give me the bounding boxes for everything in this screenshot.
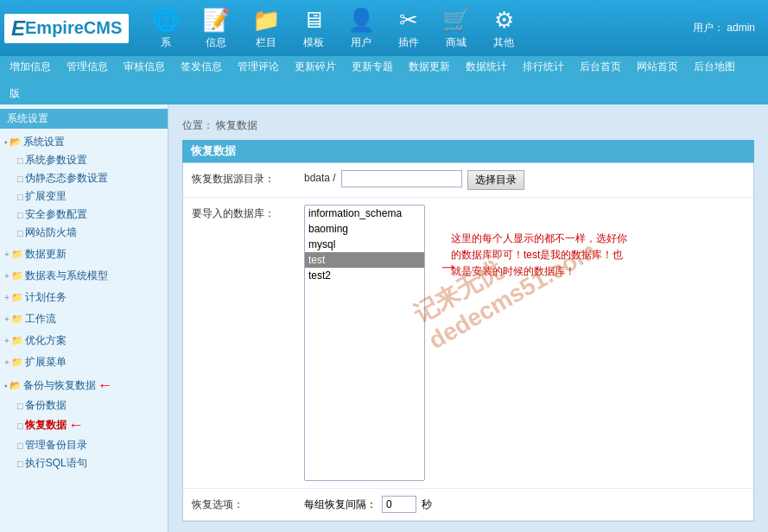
nav-plugin[interactable]: ✂ 插件: [387, 3, 430, 54]
db-option-test2[interactable]: test2: [305, 268, 424, 283]
nav-data-stats[interactable]: 数据统计: [463, 59, 510, 75]
tree-root-optimize[interactable]: + 📁 优化方案: [0, 332, 168, 350]
nav-site-home[interactable]: 网站首页: [634, 59, 681, 75]
tree-root-scheduled[interactable]: + 📁 计划任务: [0, 288, 168, 307]
logo: E EmpireCMS: [4, 14, 129, 43]
tree-label-optimize[interactable]: 优化方案: [25, 333, 67, 348]
nav-user[interactable]: 👤 用户: [337, 3, 385, 54]
db-option-baoming[interactable]: baoming: [305, 221, 424, 237]
tree-label-system[interactable]: 系统设置: [23, 135, 65, 149]
sidebar-title: 系统设置: [0, 109, 168, 129]
dir-label: 恢复数据源目录：: [192, 170, 304, 187]
link-security[interactable]: 安全参数配置: [25, 207, 87, 222]
nav-info[interactable]: 📝 信息: [192, 3, 240, 54]
tree-root-data-update[interactable]: + 📁 数据更新: [0, 245, 168, 263]
tree-label-data-update[interactable]: 数据更新: [25, 247, 67, 262]
doc-icon-3: □: [17, 192, 23, 202]
link-sys-params[interactable]: 系统参数设置: [25, 153, 87, 168]
nav-backend-map[interactable]: 后台地图: [691, 59, 738, 75]
nav-update-special[interactable]: 更新专题: [349, 59, 396, 75]
tree-child-sys-params: □ 系统参数设置: [0, 151, 168, 169]
interval-label: 每组恢复间隔：: [304, 497, 377, 512]
tree-root-backup[interactable]: ▪ 📂 备份与恢复数据 ←: [0, 375, 168, 396]
breadcrumb-current: 恢复数据: [216, 119, 257, 131]
tree-label-extend-menu[interactable]: 扩展菜单: [25, 355, 67, 370]
db-field: information_schema baoming mysql test te…: [304, 205, 745, 481]
nav-version[interactable]: 版: [7, 86, 22, 102]
nav-column[interactable]: 📁 栏目: [242, 3, 290, 54]
tree-label-workflow[interactable]: 工作流: [25, 312, 56, 326]
tree-root-extend-menu[interactable]: + 📁 扩展菜单: [0, 353, 168, 371]
plugin-icon: ✂: [399, 7, 418, 34]
link-manage-backup-dir[interactable]: 管理备份目录: [25, 438, 87, 453]
database-select[interactable]: information_schema baoming mysql test te…: [304, 205, 425, 481]
doc-icon-5: □: [17, 228, 23, 238]
tree-label-scheduled[interactable]: 计划任务: [25, 290, 67, 305]
link-restore-data[interactable]: 恢复数据: [25, 418, 67, 433]
nav-add-info[interactable]: 增加信息: [7, 59, 54, 75]
nav-template[interactable]: 🖥 模板: [292, 3, 335, 54]
link-extend-var[interactable]: 扩展变里: [25, 189, 67, 204]
nav-plugin-label: 插件: [398, 35, 419, 50]
tree-child-pseudo-static: □ 伪静态态参数设置: [0, 169, 168, 187]
dir-input[interactable]: [341, 170, 462, 187]
expand-icon-data: +: [4, 250, 10, 259]
nav-other[interactable]: ⚙ 其他: [482, 3, 525, 54]
expand-icon-tables: +: [4, 271, 10, 281]
nav-manage-comments[interactable]: 管理评论: [235, 59, 282, 75]
tree-child-firewall: □ 网站防火墙: [0, 224, 168, 242]
column-icon: 📁: [252, 7, 280, 34]
nav-shop[interactable]: 🛒 商城: [432, 3, 480, 54]
doc-icon-1: □: [17, 155, 23, 166]
nav-data-update[interactable]: 数据更新: [406, 59, 453, 75]
tree-child-sql: □ 执行SQL语句: [0, 454, 168, 472]
folder-icon-workflow: 📁: [11, 314, 23, 325]
breadcrumb-label: 位置：: [182, 119, 213, 131]
content-wrapper: 位置： 恢复数据 恢复数据 恢复数据源目录： bdata / 选择目录: [168, 104, 768, 532]
link-sql[interactable]: 执行SQL语句: [25, 456, 87, 471]
system-icon: 🌐: [152, 7, 180, 34]
expand-icon-scheduled: +: [4, 293, 10, 302]
folder-icon-system: 📂: [10, 136, 22, 148]
link-backup-data[interactable]: 备份数据: [25, 398, 67, 413]
tree-child-extend-var: □ 扩展变里: [0, 187, 168, 206]
interval-input[interactable]: [382, 496, 416, 513]
nav-backend-home[interactable]: 后台首页: [577, 59, 624, 75]
secondary-nav: 增加信息 管理信息 审核信息 签发信息 管理评论 更新碎片 更新专题 数据更新 …: [0, 56, 768, 104]
shop-icon: 🛒: [442, 7, 470, 34]
db-option-mysql[interactable]: mysql: [305, 237, 424, 252]
expand-icon-backup: ▪: [4, 381, 8, 390]
tree-root-workflow[interactable]: + 📁 工作流: [0, 310, 168, 328]
nav-template-label: 模板: [303, 35, 324, 50]
user-label: 用户：: [693, 22, 724, 34]
nav-review-info[interactable]: 审核信息: [121, 59, 168, 75]
doc-icon-backup: □: [17, 401, 23, 411]
link-firewall[interactable]: 网站防火墙: [25, 225, 77, 240]
db-option-info-schema[interactable]: information_schema: [305, 206, 424, 221]
start-button-row: 开始恢复: [182, 522, 754, 532]
nav-publish-info[interactable]: 签发信息: [178, 59, 225, 75]
tree-root-data-tables[interactable]: + 📁 数据表与系统模型: [0, 267, 168, 285]
tree-item-data-tables: + 📁 数据表与系统模型: [0, 265, 168, 287]
tree-item-scheduled: + 📁 计划任务: [0, 287, 168, 308]
tree-label-backup[interactable]: 备份与恢复数据: [23, 378, 96, 393]
main: 系统设置 ▪ 📂 系统设置 □ 系统参数设置 □ 伪静态态参数设置 □ 扩展变里…: [0, 104, 768, 532]
tree-root-system[interactable]: ▪ 📂 系统设置: [0, 133, 168, 151]
doc-icon-sql: □: [17, 459, 23, 469]
select-dir-button[interactable]: 选择目录: [467, 170, 524, 190]
panel-title: 恢复数据: [182, 140, 754, 162]
tree-item-workflow: + 📁 工作流: [0, 308, 168, 330]
top-nav: 🌐 系 📝 信息 📁 栏目 🖥 模板 👤 用户 ✂ 插件 🛒 商城 ⚙: [142, 3, 525, 54]
nav-system[interactable]: 🌐 系: [142, 3, 190, 54]
doc-icon-4: □: [17, 210, 23, 220]
link-pseudo-static[interactable]: 伪静态态参数设置: [25, 171, 108, 186]
sidebar: 系统设置 ▪ 📂 系统设置 □ 系统参数设置 □ 伪静态态参数设置 □ 扩展变里…: [0, 104, 168, 532]
folder-icon-optimize: 📁: [11, 335, 23, 346]
panel: 恢复数据 恢复数据源目录： bdata / 选择目录 要导入的数据库：: [182, 140, 754, 532]
nav-update-snippets[interactable]: 更新碎片: [292, 59, 339, 75]
nav-manage-info[interactable]: 管理信息: [64, 59, 111, 75]
db-option-test[interactable]: test: [305, 252, 424, 268]
tree-label-data-tables[interactable]: 数据表与系统模型: [25, 269, 108, 283]
arrow-restore: ←: [68, 416, 84, 434]
nav-rank-stats[interactable]: 排行统计: [520, 59, 567, 75]
